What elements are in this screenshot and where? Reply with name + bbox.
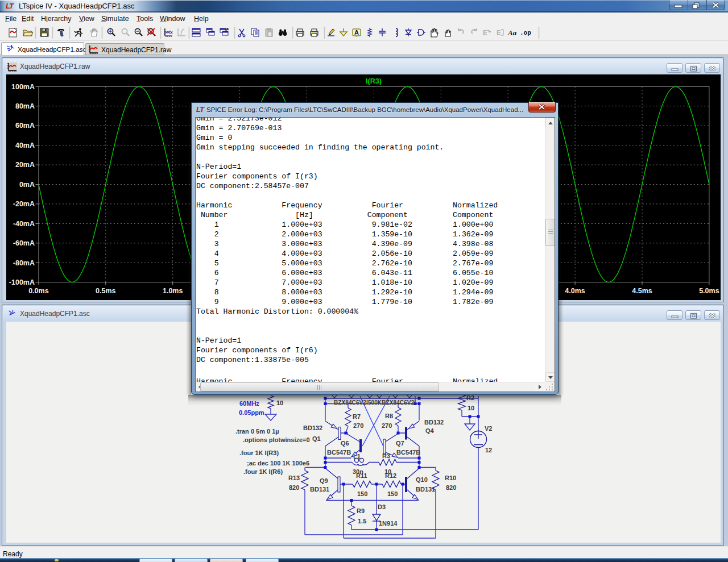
svg-text:A: A <box>354 29 359 36</box>
svg-text:-20mA: -20mA <box>13 200 35 208</box>
svg-text:20mA: 20mA <box>15 161 35 169</box>
svg-text:Aa: Aa <box>507 28 517 37</box>
svg-text:820: 820 <box>289 484 299 491</box>
svg-text:Q6: Q6 <box>341 440 349 447</box>
svg-text:.tran 0 5m 0 1µ: .tran 0 5m 0 1µ <box>235 428 279 435</box>
svg-text:.options plotwinsize=0: .options plotwinsize=0 <box>243 436 310 443</box>
svg-text:D3: D3 <box>378 503 386 510</box>
svg-text:4.5ms: 4.5ms <box>632 287 652 295</box>
svg-text:Q9: Q9 <box>320 477 328 484</box>
svg-text:BC547B: BC547B <box>396 449 420 456</box>
svg-text:BD131: BD131 <box>310 486 329 493</box>
svg-text:270: 270 <box>353 422 363 429</box>
svg-text:40mA: 40mA <box>15 141 35 149</box>
svg-text:1.0ms: 1.0ms <box>163 287 183 295</box>
svg-text:;ac dec 100 1K 100e6: ;ac dec 100 1K 100e6 <box>247 460 309 467</box>
svg-text:Q1: Q1 <box>312 435 321 442</box>
svg-text:0.0ms: 0.0ms <box>28 287 48 295</box>
svg-text:BD132: BD132 <box>424 419 444 426</box>
svg-text:270: 270 <box>382 422 392 429</box>
svg-text:-100mA: -100mA <box>9 278 35 286</box>
svg-text:V2: V2 <box>485 425 492 432</box>
svg-text:Q7: Q7 <box>396 440 404 447</box>
svg-text:Q4: Q4 <box>425 427 435 434</box>
svg-text:-60mA: -60mA <box>13 239 35 247</box>
svg-text:R3: R3 <box>382 452 390 459</box>
svg-text:80mA: 80mA <box>15 102 35 110</box>
svg-text:-80mA: -80mA <box>13 259 35 267</box>
svg-text:12: 12 <box>485 447 492 453</box>
svg-text:0mA: 0mA <box>19 181 35 189</box>
svg-text:R10: R10 <box>445 474 456 481</box>
svg-text:150: 150 <box>387 490 398 497</box>
svg-text:R9: R9 <box>357 507 365 514</box>
svg-text:.op: .op <box>520 30 531 36</box>
svg-text:E: E <box>483 29 487 37</box>
svg-text:1.5: 1.5 <box>358 518 366 524</box>
svg-text:820: 820 <box>446 484 456 491</box>
svg-text:.four 1K I(R3): .four 1K I(R3) <box>239 449 279 456</box>
svg-text:4.0ms: 4.0ms <box>565 287 585 295</box>
svg-text:-40mA: -40mA <box>13 220 35 228</box>
svg-text:BC547B: BC547B <box>327 449 351 456</box>
svg-text:R7: R7 <box>353 413 361 420</box>
svg-text:BD132: BD132 <box>303 424 322 431</box>
svg-text:L1: L1 <box>353 453 361 460</box>
svg-text:R13: R13 <box>288 474 300 481</box>
svg-text:Q10: Q10 <box>416 476 428 483</box>
svg-text:E: E <box>497 29 501 37</box>
svg-text:0.05ppm: 0.05ppm <box>239 409 264 416</box>
svg-text:.four 1K I(R6): .four 1K I(R6) <box>243 468 283 475</box>
svg-text:60mA: 60mA <box>15 122 35 130</box>
svg-text:BD131: BD131 <box>416 486 435 493</box>
svg-text:R8: R8 <box>385 413 393 419</box>
svg-text:5.0ms: 5.0ms <box>699 287 719 295</box>
svg-text:1N914: 1N914 <box>379 520 398 527</box>
svg-text:R11: R11 <box>356 472 367 479</box>
svg-text:150: 150 <box>357 490 367 497</box>
svg-text:R12: R12 <box>385 472 396 479</box>
svg-text:100mA: 100mA <box>11 83 35 91</box>
svg-text:I(R3): I(R3) <box>366 77 382 85</box>
svg-text:0.5ms: 0.5ms <box>96 287 115 295</box>
